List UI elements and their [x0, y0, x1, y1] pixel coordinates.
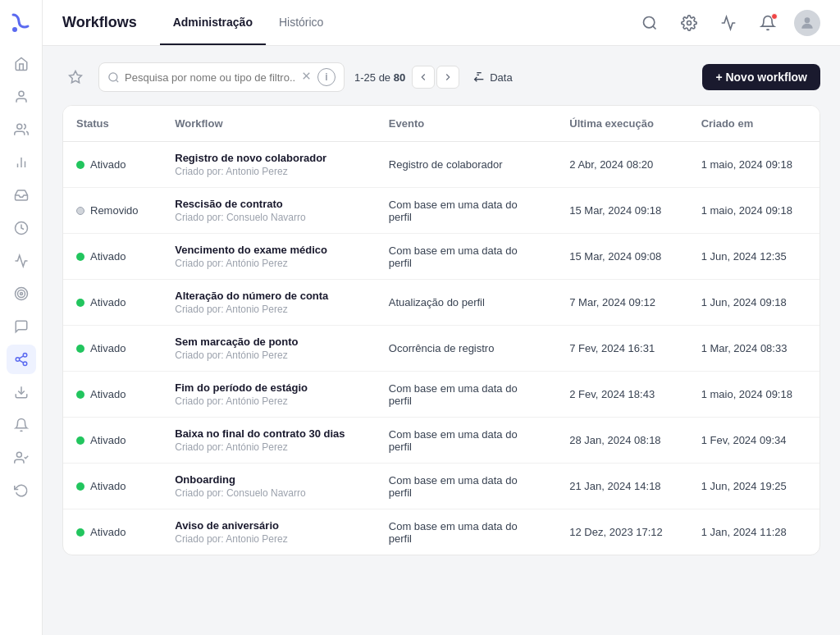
tab-admin[interactable]: Administração [160, 0, 266, 45]
sidebar-item-group[interactable] [7, 115, 36, 144]
main-area: Workflows Administração Histórico [43, 0, 840, 635]
sort-button[interactable]: Data [466, 67, 518, 87]
svg-point-0 [12, 27, 17, 32]
workflow-last-exec: 2 Fev, 2024 18:43 [556, 372, 687, 418]
tab-history[interactable]: Histórico [266, 0, 336, 45]
workflow-last-exec: 2 Abr, 2024 08:20 [556, 142, 687, 188]
sidebar-item-chat[interactable] [7, 312, 36, 341]
activity-button[interactable] [715, 10, 742, 36]
sidebar-item-analytics[interactable] [7, 246, 36, 276]
page-title: Workflows [62, 14, 137, 31]
workflow-last-exec: 21 Jan, 2024 14:18 [556, 464, 687, 509]
status-dot [76, 436, 84, 445]
svg-line-14 [19, 356, 23, 359]
sidebar-item-inbox[interactable] [7, 180, 36, 210]
col-header-last-exec: Última execução [556, 106, 687, 142]
workflow-event: Com base em uma data do perfil [376, 372, 556, 418]
workflow-creator: Criado por: António Perez [175, 441, 363, 453]
sidebar-item-home[interactable] [7, 49, 36, 79]
sidebar-item-chart[interactable] [7, 148, 36, 177]
status-label: Ativado [90, 480, 126, 492]
table-row[interactable]: Ativado Vencimento do exame médico Criad… [63, 234, 819, 280]
workflow-last-exec: 7 Fev, 2024 16:31 [556, 326, 687, 372]
workflow-event: Com base em uma data do perfil [376, 234, 556, 280]
workflow-creator: Criado por: António Perez [175, 258, 363, 269]
workflow-event: Com base em uma data do perfil [376, 464, 556, 509]
next-page-button[interactable] [436, 66, 459, 89]
topnav-actions [637, 10, 820, 36]
workflow-event: Atualização do perfil [376, 280, 556, 326]
svg-line-18 [653, 25, 656, 29]
avatar[interactable] [794, 10, 820, 36]
search-filter-info[interactable]: i [317, 68, 336, 86]
status-cell: Ativado [76, 296, 148, 308]
workflow-name: Sem marcação de ponto [175, 336, 363, 348]
status-dot [76, 207, 84, 215]
pagination-range: 1-25 de 80 [354, 71, 405, 84]
table-row[interactable]: Ativado Fim do período de estágio Criado… [63, 372, 819, 418]
workflow-created: 1 Jun, 2024 09:18 [688, 280, 819, 326]
status-cell: Ativado [76, 158, 148, 171]
table-row[interactable]: Ativado Alteração do número de conta Cri… [63, 280, 819, 326]
prev-page-button[interactable] [412, 66, 435, 89]
svg-point-10 [23, 354, 27, 358]
col-header-event: Evento [376, 106, 556, 142]
table-row[interactable]: Ativado Baixa no final do contrato 30 di… [63, 418, 819, 464]
svg-point-20 [805, 17, 810, 23]
workflow-created: 1 Fev, 2024 09:34 [688, 418, 819, 464]
svg-point-22 [109, 72, 117, 80]
workflow-creator: Criado por: Consuelo Navarro [175, 487, 363, 499]
workflow-created: 1 maio, 2024 09:18 [688, 372, 819, 418]
col-header-workflow: Workflow [162, 106, 376, 142]
topnav-tabs: Administração Histórico [160, 0, 337, 45]
search-button[interactable] [637, 10, 663, 36]
workflow-creator: Criado por: Antonio Perez [175, 304, 363, 315]
workflow-name: Onboarding [175, 473, 363, 486]
svg-point-12 [23, 362, 27, 366]
app-logo[interactable] [8, 10, 34, 36]
svg-line-13 [19, 360, 23, 363]
search-bar[interactable]: i [98, 62, 345, 92]
status-label: Ativado [90, 250, 126, 263]
table-row[interactable]: Ativado Registro de novo colaborador Cri… [63, 142, 819, 188]
table-row[interactable]: Ativado Sem marcação de ponto Criado por… [63, 326, 819, 372]
svg-point-11 [16, 358, 20, 362]
workflow-creator: Criado por: António Perez [175, 349, 363, 361]
workflow-name: Baixa no final do contrato 30 dias [175, 427, 363, 440]
status-dot [76, 345, 84, 353]
sidebar-item-target[interactable] [7, 279, 36, 308]
svg-line-23 [116, 80, 118, 82]
table-row[interactable]: Ativado Onboarding Criado por: Consuelo … [63, 464, 819, 509]
sidebar-item-alert[interactable] [7, 410, 36, 440]
col-header-status: Status [63, 106, 162, 142]
star-button[interactable] [62, 64, 89, 90]
settings-button[interactable] [676, 10, 702, 36]
sidebar [0, 0, 43, 635]
status-label: Ativado [90, 296, 126, 308]
workflow-creator: Criado por: Consuelo Navarro [175, 212, 363, 223]
svg-point-19 [687, 21, 692, 25]
sidebar-item-clock[interactable] [7, 213, 36, 243]
status-cell: Ativado [76, 480, 148, 492]
status-dot [76, 391, 84, 399]
search-icon [107, 71, 120, 84]
sidebar-item-download[interactable] [7, 377, 36, 407]
status-label: Ativado [90, 158, 126, 171]
workflow-name: Vencimento do exame médico [175, 244, 363, 256]
sidebar-item-user-check[interactable] [7, 443, 36, 473]
sidebar-item-history[interactable] [7, 476, 36, 505]
workflow-last-exec: 7 Mar, 2024 09:12 [556, 280, 687, 326]
sidebar-item-person[interactable] [7, 82, 36, 112]
workflow-created: 1 maio, 2024 09:18 [688, 188, 819, 234]
status-dot [76, 482, 84, 491]
search-input[interactable] [125, 71, 295, 84]
status-label: Ativado [90, 342, 126, 354]
svg-point-16 [16, 452, 21, 457]
new-workflow-button[interactable]: + Novo workflow [702, 64, 820, 90]
table-row[interactable]: Ativado Aviso de aniversário Criado por:… [63, 509, 819, 555]
search-clear-button[interactable] [300, 70, 313, 85]
workflow-last-exec: 15 Mar, 2024 09:08 [556, 234, 687, 280]
sidebar-item-workflow[interactable] [7, 345, 36, 374]
table-row[interactable]: Removido Rescisão de contrato Criado por… [63, 188, 819, 234]
notifications-button[interactable] [755, 10, 781, 36]
